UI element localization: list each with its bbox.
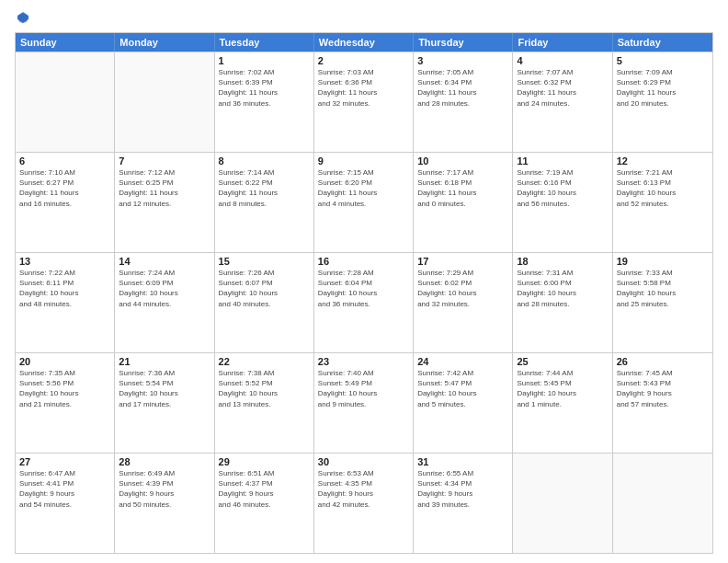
cal-cell: 30Sunrise: 6:53 AM Sunset: 4:35 PM Dayli… bbox=[314, 454, 414, 553]
day-number: 29 bbox=[219, 456, 310, 467]
calendar-header-row: SundayMondayTuesdayWednesdayThursdayFrid… bbox=[16, 33, 712, 52]
day-number: 20 bbox=[19, 356, 110, 367]
day-info: Sunrise: 7:10 AM Sunset: 6:27 PM Dayligh… bbox=[19, 167, 110, 209]
day-info: Sunrise: 7:33 AM Sunset: 5:58 PM Dayligh… bbox=[617, 268, 709, 309]
cal-cell: 21Sunrise: 7:36 AM Sunset: 5:54 PM Dayli… bbox=[115, 353, 214, 453]
cal-cell: 15Sunrise: 7:26 AM Sunset: 6:07 PM Dayli… bbox=[215, 253, 314, 352]
day-number: 2 bbox=[318, 55, 409, 66]
day-info: Sunrise: 6:49 AM Sunset: 4:39 PM Dayligh… bbox=[119, 468, 210, 510]
day-info: Sunrise: 7:42 AM Sunset: 5:47 PM Dayligh… bbox=[417, 368, 508, 409]
cal-cell bbox=[613, 454, 712, 553]
day-number: 6 bbox=[19, 155, 110, 167]
day-info: Sunrise: 7:38 AM Sunset: 5:52 PM Dayligh… bbox=[219, 368, 310, 409]
day-number: 30 bbox=[318, 456, 409, 467]
cal-week-1: 1Sunrise: 7:02 AM Sunset: 6:39 PM Daylig… bbox=[16, 52, 712, 152]
day-number: 15 bbox=[219, 256, 310, 267]
cal-cell: 5Sunrise: 7:09 AM Sunset: 6:29 PM Daylig… bbox=[613, 52, 712, 152]
day-info: Sunrise: 7:14 AM Sunset: 6:22 PM Dayligh… bbox=[219, 167, 310, 209]
page: SundayMondayTuesdayWednesdayThursdayFrid… bbox=[0, 0, 728, 563]
cal-cell: 14Sunrise: 7:24 AM Sunset: 6:09 PM Dayli… bbox=[115, 253, 214, 352]
cal-cell bbox=[16, 52, 115, 152]
day-info: Sunrise: 7:28 AM Sunset: 6:04 PM Dayligh… bbox=[318, 268, 409, 309]
cal-week-3: 13Sunrise: 7:22 AM Sunset: 6:11 PM Dayli… bbox=[16, 252, 712, 352]
cal-cell: 22Sunrise: 7:38 AM Sunset: 5:52 PM Dayli… bbox=[215, 353, 314, 453]
cal-header-saturday: Saturday bbox=[613, 33, 712, 52]
cal-cell: 7Sunrise: 7:12 AM Sunset: 6:25 PM Daylig… bbox=[115, 153, 214, 252]
day-number: 8 bbox=[219, 155, 310, 167]
cal-cell: 12Sunrise: 7:21 AM Sunset: 6:13 PM Dayli… bbox=[613, 153, 712, 252]
day-number: 4 bbox=[517, 55, 608, 66]
day-info: Sunrise: 7:19 AM Sunset: 6:16 PM Dayligh… bbox=[517, 167, 608, 209]
cal-cell: 2Sunrise: 7:03 AM Sunset: 6:36 PM Daylig… bbox=[314, 52, 414, 152]
day-info: Sunrise: 7:02 AM Sunset: 6:39 PM Dayligh… bbox=[219, 67, 310, 109]
day-number: 10 bbox=[417, 155, 508, 167]
cal-header-friday: Friday bbox=[513, 33, 612, 52]
day-info: Sunrise: 7:31 AM Sunset: 6:00 PM Dayligh… bbox=[517, 268, 608, 309]
day-number: 5 bbox=[617, 55, 709, 66]
cal-cell: 25Sunrise: 7:44 AM Sunset: 5:45 PM Dayli… bbox=[513, 353, 612, 453]
day-number: 12 bbox=[617, 155, 709, 167]
cal-header-wednesday: Wednesday bbox=[314, 33, 414, 52]
day-number: 16 bbox=[318, 256, 409, 267]
day-info: Sunrise: 7:07 AM Sunset: 6:32 PM Dayligh… bbox=[517, 67, 608, 109]
cal-cell: 13Sunrise: 7:22 AM Sunset: 6:11 PM Dayli… bbox=[16, 253, 115, 352]
cal-cell: 20Sunrise: 7:35 AM Sunset: 5:56 PM Dayli… bbox=[16, 353, 115, 453]
day-number: 19 bbox=[617, 256, 709, 267]
cal-cell: 19Sunrise: 7:33 AM Sunset: 5:58 PM Dayli… bbox=[613, 253, 712, 352]
day-number: 11 bbox=[517, 155, 608, 167]
day-info: Sunrise: 6:51 AM Sunset: 4:37 PM Dayligh… bbox=[219, 468, 310, 510]
cal-cell: 31Sunrise: 6:55 AM Sunset: 4:34 PM Dayli… bbox=[414, 454, 513, 553]
day-info: Sunrise: 7:40 AM Sunset: 5:49 PM Dayligh… bbox=[318, 368, 409, 409]
cal-cell: 3Sunrise: 7:05 AM Sunset: 6:34 PM Daylig… bbox=[414, 52, 513, 152]
day-info: Sunrise: 7:21 AM Sunset: 6:13 PM Dayligh… bbox=[617, 167, 709, 209]
day-number: 22 bbox=[219, 356, 310, 367]
day-info: Sunrise: 7:03 AM Sunset: 6:36 PM Dayligh… bbox=[318, 67, 409, 109]
day-info: Sunrise: 7:15 AM Sunset: 6:20 PM Dayligh… bbox=[318, 167, 409, 209]
day-info: Sunrise: 7:26 AM Sunset: 6:07 PM Dayligh… bbox=[219, 268, 310, 309]
cal-week-4: 20Sunrise: 7:35 AM Sunset: 5:56 PM Dayli… bbox=[16, 352, 712, 453]
calendar: SundayMondayTuesdayWednesdayThursdayFrid… bbox=[15, 32, 713, 554]
day-info: Sunrise: 7:35 AM Sunset: 5:56 PM Dayligh… bbox=[19, 368, 110, 409]
cal-cell: 28Sunrise: 6:49 AM Sunset: 4:39 PM Dayli… bbox=[115, 454, 214, 553]
day-info: Sunrise: 7:12 AM Sunset: 6:25 PM Dayligh… bbox=[119, 167, 210, 209]
day-number: 21 bbox=[119, 356, 210, 367]
day-number: 26 bbox=[617, 356, 709, 367]
day-info: Sunrise: 7:45 AM Sunset: 5:43 PM Dayligh… bbox=[617, 368, 709, 409]
cal-cell: 26Sunrise: 7:45 AM Sunset: 5:43 PM Dayli… bbox=[613, 353, 712, 453]
cal-cell: 4Sunrise: 7:07 AM Sunset: 6:32 PM Daylig… bbox=[513, 52, 612, 152]
cal-cell: 23Sunrise: 7:40 AM Sunset: 5:49 PM Dayli… bbox=[314, 353, 414, 453]
day-number: 31 bbox=[417, 456, 508, 467]
cal-cell: 9Sunrise: 7:15 AM Sunset: 6:20 PM Daylig… bbox=[314, 153, 414, 252]
logo-icon bbox=[17, 11, 29, 24]
day-info: Sunrise: 7:44 AM Sunset: 5:45 PM Dayligh… bbox=[517, 368, 608, 409]
day-number: 17 bbox=[417, 256, 508, 267]
cal-header-tuesday: Tuesday bbox=[215, 33, 314, 52]
day-info: Sunrise: 7:17 AM Sunset: 6:18 PM Dayligh… bbox=[417, 167, 508, 209]
day-info: Sunrise: 7:09 AM Sunset: 6:29 PM Dayligh… bbox=[617, 67, 709, 109]
day-info: Sunrise: 6:55 AM Sunset: 4:34 PM Dayligh… bbox=[417, 468, 508, 510]
calendar-body: 1Sunrise: 7:02 AM Sunset: 6:39 PM Daylig… bbox=[16, 52, 712, 553]
day-number: 1 bbox=[219, 55, 310, 66]
cal-header-thursday: Thursday bbox=[414, 33, 513, 52]
cal-header-monday: Monday bbox=[115, 33, 214, 52]
day-number: 28 bbox=[119, 456, 210, 467]
cal-cell: 10Sunrise: 7:17 AM Sunset: 6:18 PM Dayli… bbox=[414, 153, 513, 252]
day-info: Sunrise: 6:53 AM Sunset: 4:35 PM Dayligh… bbox=[318, 468, 409, 510]
cal-cell: 18Sunrise: 7:31 AM Sunset: 6:00 PM Dayli… bbox=[513, 253, 612, 352]
cal-cell: 8Sunrise: 7:14 AM Sunset: 6:22 PM Daylig… bbox=[215, 153, 314, 252]
day-number: 14 bbox=[119, 256, 210, 267]
day-number: 9 bbox=[318, 155, 409, 167]
cal-cell: 11Sunrise: 7:19 AM Sunset: 6:16 PM Dayli… bbox=[513, 153, 612, 252]
cal-cell: 6Sunrise: 7:10 AM Sunset: 6:27 PM Daylig… bbox=[16, 153, 115, 252]
day-info: Sunrise: 7:36 AM Sunset: 5:54 PM Dayligh… bbox=[119, 368, 210, 409]
cal-cell: 27Sunrise: 6:47 AM Sunset: 4:41 PM Dayli… bbox=[16, 454, 115, 553]
day-info: Sunrise: 7:22 AM Sunset: 6:11 PM Dayligh… bbox=[19, 268, 110, 309]
day-info: Sunrise: 7:29 AM Sunset: 6:02 PM Dayligh… bbox=[417, 268, 508, 309]
logo bbox=[15, 11, 29, 27]
day-number: 13 bbox=[19, 256, 110, 267]
day-number: 3 bbox=[417, 55, 508, 66]
day-info: Sunrise: 6:47 AM Sunset: 4:41 PM Dayligh… bbox=[19, 468, 110, 510]
cal-cell: 1Sunrise: 7:02 AM Sunset: 6:39 PM Daylig… bbox=[215, 52, 314, 152]
cal-cell bbox=[513, 454, 612, 553]
cal-cell: 29Sunrise: 6:51 AM Sunset: 4:37 PM Dayli… bbox=[215, 454, 314, 553]
